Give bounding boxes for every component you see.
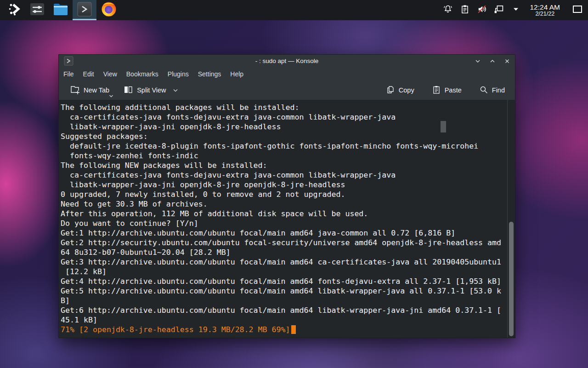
new-tab-icon [70,85,80,96]
find-button[interactable]: Find [476,82,508,98]
clipboard-button[interactable] [458,0,471,20]
terminal-cursor [291,325,296,334]
menu-bookmarks[interactable]: Bookmarks [122,69,163,80]
menubar: File Edit View Bookmarks Plugins Setting… [59,67,515,80]
inactive-cursor-block [441,121,446,132]
split-view-button[interactable]: Split View [120,82,181,99]
clock[interactable]: 12:24 AM 2/21/22 [526,3,564,17]
file-manager-button[interactable] [49,0,73,20]
system-settings-button[interactable] [26,0,49,20]
expand-tray-button[interactable] [509,0,522,20]
konsole-window: - : sudo apt — Konsole File Edit View Bo… [58,54,515,338]
apt-progress-line: 71% [2 openjdk-8-jre-headless 19.3 MB/28… [61,325,296,334]
kde-launcher-icon [8,2,22,18]
window-controls [474,57,511,65]
split-view-chevron-icon [173,86,178,94]
firefox-button[interactable] [96,0,121,20]
paste-label: Paste [445,86,462,94]
copy-button[interactable]: Copy [383,82,417,98]
new-tab-button[interactable]: New Tab [67,82,112,99]
menu-plugins[interactable]: Plugins [163,69,193,80]
system-settings-icon [30,2,45,18]
menu-help[interactable]: Help [226,69,248,80]
titlebar[interactable]: - : sudo apt — Konsole [59,55,515,67]
chevron-down-icon [512,6,520,15]
taskbar: 12:24 AM 2/21/22 [0,0,588,20]
split-view-icon [123,85,133,96]
find-label: Find [492,86,505,94]
paste-button[interactable]: Paste [429,82,464,98]
notifications-button[interactable] [441,0,454,20]
konsole-task-button[interactable] [73,0,96,20]
menu-settings[interactable]: Settings [193,69,226,80]
volume-muted-icon [476,4,487,17]
network-icon [493,4,504,17]
folder-icon [53,2,68,18]
clock-date: 2/21/22 [530,11,560,17]
system-tray: 12:24 AM 2/21/22 [441,0,588,20]
desktop-pager-button[interactable] [571,0,583,20]
menu-edit[interactable]: Edit [79,69,99,80]
bell-icon [443,4,453,16]
maximize-button[interactable] [488,57,497,65]
konsole-window-icon [64,56,74,66]
pager-icon [572,5,582,15]
terminal-scrollbar[interactable] [507,100,515,338]
menu-file[interactable]: File [59,69,79,80]
split-view-label: Split View [137,86,166,94]
scrollbar-thumb[interactable] [509,222,514,336]
new-tab-label: New Tab [84,86,109,94]
network-button[interactable] [492,0,505,20]
firefox-icon [101,1,117,19]
toolbar: New Tab Split View [59,80,515,100]
window-title: - : sudo apt — Konsole [59,58,515,64]
paste-icon [432,85,441,96]
close-button[interactable] [503,57,511,65]
search-icon [479,85,488,96]
kde-launcher-button[interactable] [4,0,26,20]
terminal-output: The following additional packages will b… [61,103,501,325]
taskbar-launchers [0,0,121,20]
minimize-button[interactable] [474,57,482,65]
terminal-view[interactable]: The following additional packages will b… [59,100,515,338]
clipboard-icon [460,4,470,16]
clock-time: 12:24 AM [530,3,560,11]
copy-icon [386,85,395,96]
menu-view[interactable]: View [99,69,122,80]
konsole-icon [77,1,92,19]
volume-button[interactable] [475,0,488,20]
new-tab-menu-chevron-icon [109,92,113,99]
copy-label: Copy [399,86,414,94]
